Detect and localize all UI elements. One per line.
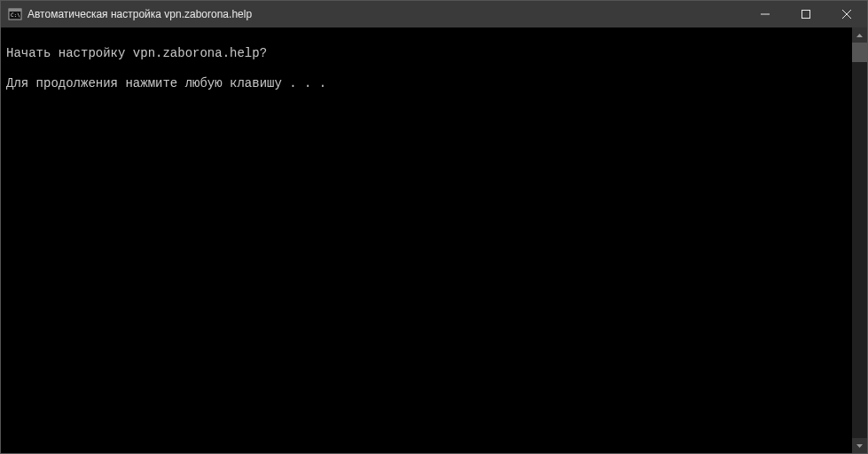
svg-marker-7	[856, 34, 863, 37]
close-button[interactable]	[826, 1, 867, 27]
scroll-down-button[interactable]	[852, 438, 867, 453]
vertical-scrollbar[interactable]	[852, 27, 867, 453]
titlebar: C:\ Автоматическая настройка vpn.zaboron…	[1, 1, 867, 27]
svg-text:C:\: C:\	[11, 12, 20, 18]
svg-rect-4	[802, 11, 810, 19]
svg-marker-8	[856, 444, 863, 448]
scroll-up-button[interactable]	[852, 27, 867, 43]
window-controls	[745, 1, 867, 27]
console-output[interactable]: Начать настройку vpn.zaborona.help? Для …	[1, 27, 852, 453]
console-window: C:\ Автоматическая настройка vpn.zaboron…	[0, 0, 868, 454]
console-line: Для продолжения нажмите любую клавишу . …	[6, 76, 326, 90]
app-icon: C:\	[8, 7, 22, 21]
minimize-button[interactable]	[745, 1, 786, 27]
content-area: Начать настройку vpn.zaborona.help? Для …	[1, 27, 867, 453]
console-line: Начать настройку vpn.zaborona.help?	[6, 46, 267, 60]
window-title: Автоматическая настройка vpn.zaborona.he…	[27, 8, 745, 20]
maximize-button[interactable]	[786, 1, 826, 27]
scroll-track[interactable]	[852, 43, 867, 438]
scroll-thumb[interactable]	[852, 43, 867, 62]
